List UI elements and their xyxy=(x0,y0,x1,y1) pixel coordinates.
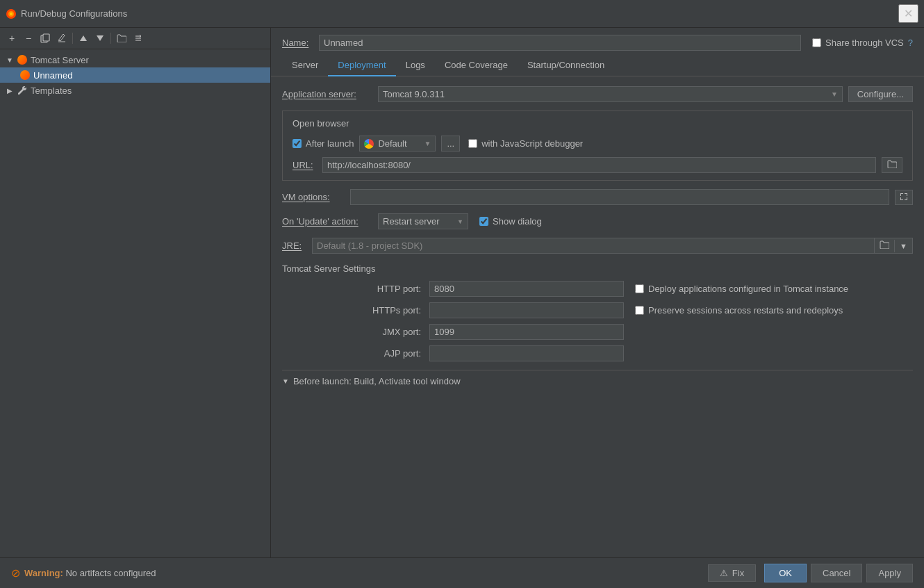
chrome-icon xyxy=(364,139,374,149)
url-label: URL: xyxy=(292,160,317,170)
expand-arrow-templates: ▶ xyxy=(6,86,14,95)
close-button[interactable]: ✕ xyxy=(898,4,918,23)
jmx-port-input[interactable] xyxy=(429,324,624,340)
js-debugger-checkbox-label[interactable]: with JavaScript debugger xyxy=(468,138,583,149)
help-button[interactable]: ? xyxy=(908,38,913,48)
url-input[interactable] xyxy=(322,157,876,173)
open-browser-section: Open browser After launch Default ▼ ... xyxy=(282,111,913,181)
tree-item-unnamed[interactable]: Unnamed xyxy=(0,67,270,83)
after-launch-checkbox-label[interactable]: After launch xyxy=(292,138,354,149)
svg-marker-6 xyxy=(80,35,87,41)
app-server-select-container: Tomcat 9.0.311 ▼ xyxy=(378,86,843,102)
edit-button[interactable] xyxy=(54,31,69,46)
warning-message: No artifacts configured xyxy=(65,568,156,578)
preserve-sessions-option: Preserve sessions across restarts and re… xyxy=(635,305,913,316)
tab-startup-connection[interactable]: Startup/Connection xyxy=(518,55,614,76)
http-port-label: HTTP port: xyxy=(282,284,421,294)
app-server-row: Application server: Tomcat 9.0.311 ▼ Con… xyxy=(282,86,913,102)
show-dialog-text: Show dialog xyxy=(493,216,542,227)
before-launch-section: ▼ Before launch: Build, Activate tool wi… xyxy=(282,370,913,389)
open-browser-title: Open browser xyxy=(292,118,902,129)
url-row: URL: xyxy=(292,157,902,173)
ajp-port-label: AJP port: xyxy=(282,348,421,359)
jre-arrow-button[interactable]: ▼ xyxy=(894,240,912,252)
tomcat-group-label: Tomcat Server xyxy=(31,55,89,65)
jmx-port-label: JMX port: xyxy=(282,327,421,337)
wrench-icon xyxy=(17,85,28,96)
ok-button[interactable]: OK xyxy=(764,564,807,582)
jre-input-wrap: ▼ xyxy=(312,238,913,254)
tab-logs[interactable]: Logs xyxy=(396,55,435,76)
toolbar-separator xyxy=(72,33,73,44)
toolbar: + − xyxy=(0,28,270,49)
js-debugger-checkbox[interactable] xyxy=(468,139,477,148)
templates-label: Templates xyxy=(31,85,72,96)
https-port-input[interactable] xyxy=(429,302,624,318)
share-vcs-checkbox[interactable] xyxy=(812,38,821,47)
preserve-sessions-checkbox[interactable] xyxy=(635,306,644,315)
app-server-label: Application server: xyxy=(282,89,372,99)
after-launch-label: After launch xyxy=(306,138,354,149)
action-buttons: OK Cancel Apply xyxy=(764,564,913,582)
add-button[interactable]: + xyxy=(4,31,19,46)
warning-text: Warning: No artifacts configured xyxy=(24,568,156,578)
vm-expand-button[interactable] xyxy=(895,190,913,205)
fix-icon: ⚠ xyxy=(720,568,728,578)
preserve-sessions-text: Preserve sessions across restarts and re… xyxy=(648,305,843,316)
move-up-button[interactable] xyxy=(76,31,91,46)
on-update-dropdown[interactable]: Restart server ▼ xyxy=(378,213,468,229)
deploy-applications-text: Deploy applications configured in Tomcat… xyxy=(648,284,848,294)
tomcat-item-icon xyxy=(19,70,31,81)
warning-bold: Warning: xyxy=(24,568,63,578)
jre-input[interactable] xyxy=(313,238,874,253)
app-server-dropdown[interactable]: Tomcat 9.0.311 ▼ xyxy=(378,86,843,102)
tomcat-settings-title: Tomcat Server Settings xyxy=(282,263,913,274)
http-port-input[interactable] xyxy=(429,281,624,297)
title-bar: Run/Debug Configurations ✕ xyxy=(0,0,924,28)
left-panel: + − xyxy=(0,28,271,557)
deploy-applications-checkbox[interactable] xyxy=(635,284,644,293)
svg-marker-7 xyxy=(97,35,104,41)
tree-item-templates[interactable]: ▶ Templates xyxy=(0,83,270,98)
sort-button[interactable] xyxy=(131,31,146,46)
jre-folder-button[interactable] xyxy=(874,238,894,253)
remove-button[interactable]: − xyxy=(21,31,36,46)
tab-deployment[interactable]: Deployment xyxy=(328,55,395,76)
browser-default-label: Default xyxy=(378,138,406,149)
on-update-value: Restart server xyxy=(383,216,440,227)
jre-label: JRE: xyxy=(282,240,306,251)
tree-group-tomcat[interactable]: ▼ Tomcat Server xyxy=(0,52,270,67)
browser-dropdown[interactable]: Default ▼ xyxy=(359,136,436,152)
tab-server[interactable]: Server xyxy=(282,55,328,76)
configure-button[interactable]: Configure... xyxy=(848,86,913,102)
after-launch-row: After launch Default ▼ ... with JavaScri… xyxy=(292,136,902,152)
vm-options-input[interactable] xyxy=(350,189,889,205)
folder-button[interactable] xyxy=(114,31,129,46)
move-down-button[interactable] xyxy=(92,31,108,46)
tree-item-unnamed-label: Unnamed xyxy=(33,70,72,81)
browser-dropdown-arrow: ▼ xyxy=(424,140,431,147)
show-dialog-checkbox[interactable] xyxy=(479,217,488,226)
name-row: Name: Share through VCS ? xyxy=(271,28,924,55)
title-text: Run/Debug Configurations xyxy=(21,8,127,19)
tab-code-coverage[interactable]: Code Coverage xyxy=(435,55,518,76)
fix-button[interactable]: ⚠ Fix xyxy=(708,564,756,582)
fix-label: Fix xyxy=(732,568,744,578)
before-launch-header[interactable]: ▼ Before launch: Build, Activate tool wi… xyxy=(282,376,913,386)
after-launch-checkbox[interactable] xyxy=(292,139,302,148)
share-vcs-label: Share through VCS xyxy=(825,38,904,48)
copy-button[interactable] xyxy=(38,31,53,46)
cancel-button[interactable]: Cancel xyxy=(811,564,862,582)
dots-button[interactable]: ... xyxy=(441,136,460,152)
app-server-value: Tomcat 9.0.311 xyxy=(383,89,445,99)
on-update-label: On 'Update' action: xyxy=(282,216,372,227)
svg-point-2 xyxy=(10,13,13,15)
name-input[interactable] xyxy=(319,35,801,51)
apply-button[interactable]: Apply xyxy=(866,564,913,582)
tree-area: ▼ Tomcat Server Unnamed ▶ xyxy=(0,49,270,557)
ajp-port-input[interactable] xyxy=(429,345,624,361)
show-dialog-label[interactable]: Show dialog xyxy=(479,216,542,227)
url-folder-button[interactable] xyxy=(882,157,902,173)
js-debugger-label: with JavaScript debugger xyxy=(481,138,583,149)
app-icon xyxy=(6,8,17,19)
